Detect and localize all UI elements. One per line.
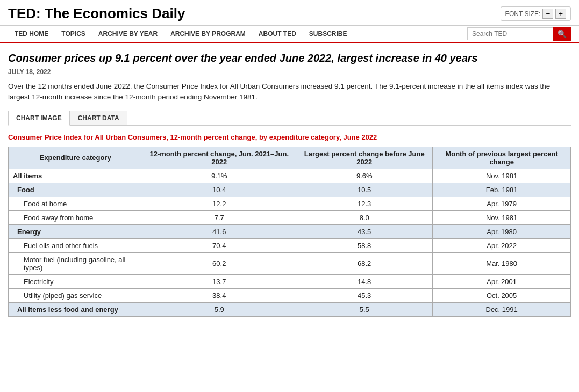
cell-category: Food at home (9, 197, 142, 210)
nav-item-ted-home[interactable]: TED HOME (8, 26, 55, 42)
font-size-control: FONT SIZE: − + (501, 6, 571, 21)
table-header-row: Expenditure category 12-month percent ch… (9, 147, 571, 169)
col-header-largest: Largest percent change before June 2022 (296, 147, 433, 169)
cell-category: Motor fuel (including gasoline, all type… (9, 252, 142, 274)
cell-month: Dec. 1991 (433, 302, 571, 316)
cell-category: Electricity (9, 274, 142, 288)
cell-category: Energy (9, 224, 142, 238)
cell-category: All items less food and energy (9, 302, 142, 316)
cell-category: Food (9, 183, 142, 197)
cell-change: 9.1% (142, 169, 296, 183)
cell-month: Oct. 2005 (433, 288, 571, 302)
site-header: TED: The Economics Daily FONT SIZE: − + (0, 0, 579, 26)
cell-change: 7.7 (142, 210, 296, 224)
cell-change: 38.4 (142, 288, 296, 302)
table-row: All items9.1%9.6%Nov. 1981 (9, 169, 571, 183)
cell-change: 60.2 (142, 252, 296, 274)
nav-search: 🔍 (467, 27, 571, 41)
cell-largest: 58.8 (296, 238, 433, 252)
table-row: Motor fuel (including gasoline, all type… (9, 252, 571, 274)
cell-change: 13.7 (142, 274, 296, 288)
cell-largest: 14.8 (296, 274, 433, 288)
cell-change: 5.9 (142, 302, 296, 316)
cell-month: Feb. 1981 (433, 183, 571, 197)
cell-month: Apr. 1979 (433, 197, 571, 210)
cell-category: Food away from home (9, 210, 142, 224)
main-content: Consumer prices up 9.1 percent over the … (0, 43, 579, 322)
font-size-label: FONT SIZE: (505, 10, 541, 18)
chart-title: Consumer Price Index for All Urban Consu… (8, 133, 571, 141)
cell-change: 12.2 (142, 197, 296, 210)
table-row: Fuel oils and other fuels70.458.8Apr. 20… (9, 238, 571, 252)
cell-largest: 68.2 (296, 252, 433, 274)
article-body-text1: Over the 12 months ended June 2022, the … (8, 82, 550, 101)
search-input[interactable] (467, 27, 553, 40)
nav-item-subscribe[interactable]: SUBSCRIBE (303, 26, 354, 42)
table-row: Energy41.643.5Apr. 1980 (9, 224, 571, 238)
cell-largest: 43.5 (296, 224, 433, 238)
search-button[interactable]: 🔍 (553, 27, 571, 41)
cell-largest: 45.3 (296, 288, 433, 302)
table-row: Electricity13.714.8Apr. 2001 (9, 274, 571, 288)
cell-change: 10.4 (142, 183, 296, 197)
cell-largest: 10.5 (296, 183, 433, 197)
cell-largest: 9.6% (296, 169, 433, 183)
site-title: TED: The Economics Daily (8, 5, 185, 22)
data-table: Expenditure category 12-month percent ch… (8, 147, 571, 317)
cell-month: Mar. 1980 (433, 252, 571, 274)
col-header-month: Month of previous largest percent change (433, 147, 571, 169)
nav-item-archive-program[interactable]: ARCHIVE BY PROGRAM (164, 26, 252, 42)
tabs-container: CHART IMAGE CHART DATA (8, 111, 571, 126)
nav-item-archive-year[interactable]: ARCHIVE BY YEAR (92, 26, 164, 42)
cell-largest: 8.0 (296, 210, 433, 224)
article-title: Consumer prices up 9.1 percent over the … (8, 51, 571, 65)
cell-change: 41.6 (142, 224, 296, 238)
cell-largest: 5.5 (296, 302, 433, 316)
font-increase-button[interactable]: + (555, 9, 566, 19)
article-date: JULY 18, 2022 (8, 68, 571, 76)
cell-month: Apr. 2001 (433, 274, 571, 288)
cell-month: Nov. 1981 (433, 169, 571, 183)
col-header-category: Expenditure category (9, 147, 142, 169)
cell-category: Utility (piped) gas service (9, 288, 142, 302)
cell-month: Nov. 1981 (433, 210, 571, 224)
cell-month: Apr. 1980 (433, 224, 571, 238)
table-row: Utility (piped) gas service38.445.3Oct. … (9, 288, 571, 302)
table-row: Food away from home7.78.0Nov. 1981 (9, 210, 571, 224)
tab-chart-data[interactable]: CHART DATA (70, 111, 127, 125)
nav-item-about-ted[interactable]: ABOUT TED (252, 26, 303, 42)
font-decrease-button[interactable]: − (542, 9, 553, 19)
nav-item-topics[interactable]: TOPICS (55, 26, 91, 42)
col-header-change: 12-month percent change, Jun. 2021–Jun. … (142, 147, 296, 169)
table-row: Food10.410.5Feb. 1981 (9, 183, 571, 197)
article-body-link[interactable]: November 1981 (204, 93, 255, 101)
cell-month: Apr. 2022 (433, 238, 571, 252)
table-row: Food at home12.212.3Apr. 1979 (9, 197, 571, 210)
nav-bar: TED HOME TOPICS ARCHIVE BY YEAR ARCHIVE … (0, 26, 579, 43)
table-row: All items less food and energy5.95.5Dec.… (9, 302, 571, 316)
cell-largest: 12.3 (296, 197, 433, 210)
cell-category: All items (9, 169, 142, 183)
article-body: Over the 12 months ended June 2022, the … (8, 81, 571, 103)
cell-category: Fuel oils and other fuels (9, 238, 142, 252)
article-body-text2: . (255, 93, 258, 101)
tab-chart-image[interactable]: CHART IMAGE (8, 111, 70, 126)
cell-change: 70.4 (142, 238, 296, 252)
